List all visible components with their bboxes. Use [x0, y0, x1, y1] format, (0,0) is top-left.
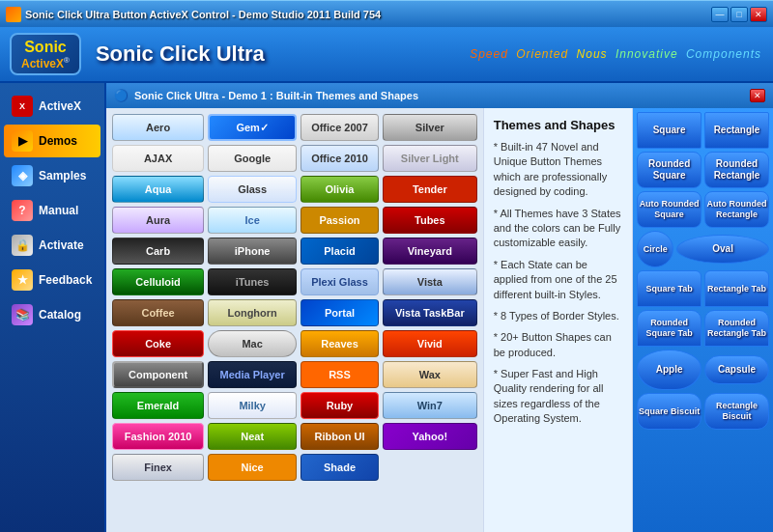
theme-carb[interactable]: Carb — [112, 238, 204, 265]
theme-vista[interactable]: Vista — [383, 268, 477, 295]
theme-longhorn[interactable]: Longhorn — [208, 299, 297, 326]
theme-mediaplayer[interactable]: Media Player — [208, 361, 297, 388]
shape-row-7: Apple Capsule — [637, 350, 769, 390]
shape-square[interactable]: Square — [637, 112, 701, 149]
title-bar: Sonic Click Ultra Button ActiveX Control… — [0, 0, 773, 27]
sidebar: X ActiveX ▶ Demos ◈ Samples ? Manual 🔒 A… — [0, 83, 106, 532]
table-row: Fashion 2010 Neat Ribbon UI Yahoo! — [110, 421, 479, 452]
theme-aura[interactable]: Aura — [112, 207, 204, 234]
minimize-button[interactable]: — — [711, 7, 729, 22]
theme-reaves[interactable]: Reaves — [301, 330, 379, 357]
theme-shade[interactable]: Shade — [301, 454, 379, 481]
theme-iphone[interactable]: iPhone — [208, 238, 297, 265]
sidebar-label-catalog: Catalog — [39, 308, 81, 322]
table-row: Aqua Glass Olivia Tender — [110, 174, 479, 205]
theme-celluloid[interactable]: Celluloid — [112, 268, 204, 295]
theme-glass[interactable]: Glass — [208, 176, 297, 203]
theme-fashion2010[interactable]: Fashion 2010 — [112, 423, 204, 450]
sidebar-label-feedback: Feedback — [39, 273, 92, 287]
maximize-button[interactable]: □ — [730, 7, 748, 22]
theme-ruby[interactable]: Ruby — [301, 392, 379, 419]
theme-ribbonui[interactable]: Ribbon UI — [301, 423, 379, 450]
shape-row-1: Square Rectangle — [637, 112, 769, 149]
window-controls: — □ ✕ — [711, 7, 767, 22]
theme-tender[interactable]: Tender — [383, 176, 477, 203]
theme-placid[interactable]: Placid — [301, 238, 379, 265]
theme-aero[interactable]: Aero — [112, 114, 204, 141]
theme-ajax[interactable]: AJAX — [112, 145, 204, 172]
sidebar-item-activex[interactable]: X ActiveX — [4, 90, 100, 123]
logo: Sonic ActiveX® — [10, 33, 81, 76]
theme-emerald[interactable]: Emerald — [112, 392, 204, 419]
shape-row-8: Square Biscuit Rectangle Biscuit — [637, 393, 769, 430]
theme-plexiglass[interactable]: Plexi Glass — [301, 268, 379, 295]
logo-activex-line: ActiveX® — [21, 56, 70, 70]
sidebar-item-manual[interactable]: ? Manual — [4, 194, 100, 227]
theme-vivid[interactable]: Vivid — [383, 330, 477, 357]
shape-rectangle[interactable]: Rectangle — [704, 112, 769, 149]
theme-coffee[interactable]: Coffee — [112, 299, 204, 326]
theme-office2010[interactable]: Office 2010 — [301, 145, 379, 172]
table-row: Carb iPhone Placid Vineyard — [110, 236, 479, 266]
logo-sonic: Sonic — [21, 39, 70, 56]
theme-vistaskbar[interactable]: Vista TaskBar — [383, 299, 477, 326]
shape-auto-rounded-rectangle[interactable]: Auto Rounded Rectangle — [704, 191, 769, 228]
theme-aqua[interactable]: Aqua — [112, 176, 204, 203]
shape-square-biscuit[interactable]: Square Biscuit — [637, 393, 701, 430]
theme-itunes[interactable]: iTunes — [208, 268, 297, 295]
theme-milky[interactable]: Milky — [208, 392, 297, 419]
theme-wax[interactable]: Wax — [383, 361, 477, 388]
shape-rounded-rectangle-tab[interactable]: Rounded Rectangle Tab — [704, 310, 769, 347]
theme-mac[interactable]: Mac — [208, 330, 297, 357]
sidebar-item-catalog[interactable]: 📚 Catalog — [4, 298, 100, 331]
shape-rounded-square-tab[interactable]: Rounded Square Tab — [637, 310, 701, 347]
theme-portal[interactable]: Portal — [301, 299, 379, 326]
shape-rounded-square[interactable]: Rounded Square — [637, 152, 701, 188]
info-bullet-3: * Each State can be applied from one of … — [494, 258, 622, 302]
shape-circle[interactable]: Circle — [637, 231, 673, 267]
info-bullet-6: * Super Fast and High Quality rendering … — [494, 367, 622, 427]
shape-rectangle-tab[interactable]: Rectangle Tab — [704, 270, 769, 307]
theme-win7[interactable]: Win7 — [383, 392, 477, 419]
theme-olivia[interactable]: Olivia — [301, 176, 379, 203]
shape-capsule[interactable]: Capsule — [704, 355, 769, 384]
theme-neat[interactable]: Neat — [208, 423, 297, 450]
shape-rounded-rectangle[interactable]: Rounded Rectangle — [704, 152, 769, 188]
theme-ice[interactable]: Ice — [208, 207, 297, 234]
theme-google[interactable]: Google — [208, 145, 297, 172]
theme-office2007[interactable]: Office 2007 — [301, 114, 379, 141]
demos-icon: ▶ — [12, 130, 33, 152]
table-row: Emerald Milky Ruby Win7 — [110, 390, 479, 421]
shape-apple[interactable]: Apple — [637, 350, 701, 390]
shape-rectangle-biscuit[interactable]: Rectangle Biscuit — [704, 393, 769, 430]
theme-coke[interactable]: Coke — [112, 330, 204, 357]
activex-icon: X — [12, 96, 33, 117]
content-close-button[interactable]: ✕ — [750, 89, 765, 102]
sidebar-item-samples[interactable]: ◈ Samples — [4, 159, 100, 192]
theme-gem[interactable]: Gem — [208, 114, 297, 141]
theme-vineyard[interactable]: Vineyard — [383, 238, 477, 265]
sidebar-item-demos[interactable]: ▶ Demos — [4, 125, 100, 157]
window-close-button[interactable]: ✕ — [750, 7, 767, 22]
theme-tubes[interactable]: Tubes — [383, 207, 477, 234]
tagline-components: Components — [686, 47, 761, 61]
theme-silver[interactable]: Silver — [383, 114, 477, 141]
shapes-panel: Square Rectangle Rounded Square Rounded … — [633, 108, 773, 532]
theme-passion[interactable]: Passion — [301, 207, 379, 234]
sidebar-item-feedback[interactable]: ★ Feedback — [4, 264, 100, 296]
theme-rss[interactable]: RSS — [301, 361, 379, 388]
shape-oval[interactable]: Oval — [676, 235, 769, 264]
content-panel: 🔵 Sonic Click Ultra - Demo 1 : Built-in … — [106, 83, 773, 532]
info-bullet-2: * All Themes have 3 States and the color… — [494, 207, 622, 251]
theme-yahoo[interactable]: Yahoo! — [383, 423, 477, 450]
tagline-oriented: Oriented — [516, 47, 568, 61]
shape-auto-rounded-square[interactable]: Auto Rounded Square — [637, 191, 701, 228]
theme-silverlight[interactable]: Silver Light — [383, 145, 477, 172]
shape-square-tab[interactable]: Square Tab — [637, 270, 701, 307]
sidebar-item-activate[interactable]: 🔒 Activate — [4, 229, 100, 262]
theme-nice[interactable]: Nice — [208, 454, 297, 481]
theme-grid: Aero Gem Office 2007 Silver AJAX Google … — [106, 108, 483, 532]
theme-finex[interactable]: Finex — [112, 454, 204, 481]
theme-component[interactable]: Component — [112, 361, 204, 388]
tagline-nous: Nous — [577, 47, 608, 61]
